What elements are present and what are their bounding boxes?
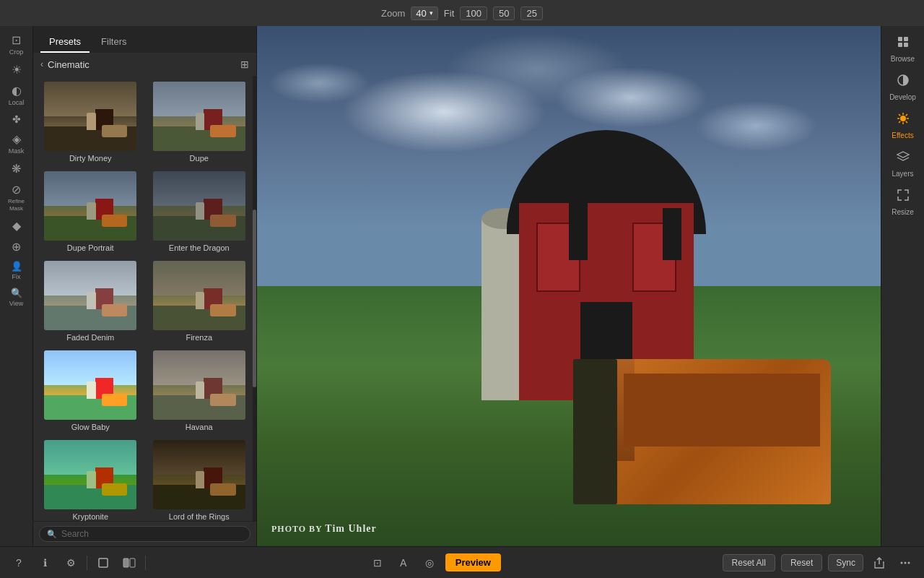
tool-adjust[interactable]: ☀ — [2, 60, 31, 79]
heal-icon: ⊕ — [12, 240, 21, 254]
right-tool-resize[interactable]: Resize — [884, 184, 923, 220]
view-icon: 🔍 — [11, 288, 22, 298]
info-icon[interactable]: ℹ — [35, 553, 55, 573]
paint-icon: ◆ — [12, 219, 21, 233]
svg-rect-17 — [130, 558, 135, 567]
svg-rect-2 — [898, 43, 902, 47]
preset-label-glow-baby: Glow Baby — [71, 423, 110, 434]
barn-tower-left — [569, 198, 588, 260]
preset-item-glow-baby[interactable]: Glow Baby — [36, 348, 145, 437]
tool-refine-mask[interactable]: ⊘ RefineMask — [2, 180, 31, 215]
panel-header-left: ‹ Cinematic — [40, 59, 90, 70]
tool-fix[interactable]: 👤 Fix — [2, 258, 31, 283]
settings-icon[interactable]: ⚙ — [61, 553, 81, 573]
search-input[interactable] — [61, 529, 243, 539]
zoom-preset-25[interactable]: 25 — [520, 7, 542, 20]
fix-label: Fix — [12, 273, 21, 280]
back-arrow-icon[interactable]: ‹ — [40, 59, 43, 69]
dual-view-icon[interactable] — [119, 553, 139, 573]
grid-view-icon[interactable]: ⊞ — [240, 59, 249, 70]
bottom-center: ⊡ A ◎ Preview — [152, 553, 717, 573]
preset-item-enter-dragon[interactable]: Enter the Dragon — [145, 168, 254, 258]
right-tool-effects[interactable]: Effects — [884, 107, 923, 144]
reset-all-button[interactable]: Reset All — [723, 554, 775, 571]
preset-label-dirty-money: Dirty Money — [69, 154, 112, 165]
preset-item-dupe-portrait[interactable]: Dupe Portrait — [36, 168, 145, 258]
svg-line-12 — [905, 114, 907, 116]
tool-paint[interactable]: ◆ — [2, 216, 31, 236]
preview-button[interactable]: Preview — [445, 553, 501, 571]
preset-thumb-enter-dragon — [153, 171, 245, 241]
bottom-crop-icon[interactable]: ⊡ — [367, 553, 388, 573]
preset-item-dirty-money[interactable]: Dirty Money — [36, 79, 145, 168]
tool-view[interactable]: 🔍 View — [2, 285, 31, 310]
preset-item-lord-rings[interactable]: Lord of the Rings — [145, 437, 254, 521]
browse-icon — [896, 35, 910, 53]
presets-grid: Dirty Money Dupe — [33, 76, 256, 521]
effects-label: Effects — [892, 131, 913, 139]
preset-label-dupe-portrait: Dupe Portrait — [67, 243, 114, 255]
tool-crop[interactable]: ⊡ Crop — [2, 30, 31, 59]
barn-tower-right — [663, 208, 681, 260]
scroll-track — [253, 76, 256, 521]
preset-item-havana[interactable]: Havana — [145, 348, 254, 437]
svg-line-13 — [899, 121, 900, 123]
tool-retouch[interactable]: ✤ — [2, 111, 31, 128]
preset-label-lord-rings: Lord of the Rings — [169, 512, 230, 521]
sync-button[interactable]: Sync — [828, 554, 863, 571]
mask-icon: ◈ — [12, 132, 21, 146]
panel-header: ‹ Cinematic ⊞ — [33, 53, 256, 76]
zoom-preset-50[interactable]: 50 — [493, 7, 515, 20]
frame-icon[interactable] — [93, 553, 113, 573]
preset-thumb-dirty-money — [44, 82, 136, 151]
preset-item-faded-denim[interactable]: Faded Denim — [36, 258, 145, 348]
svg-marker-14 — [897, 152, 909, 158]
fit-label: Fit — [444, 8, 454, 19]
truck-body — [613, 359, 831, 505]
search-icon: 🔍 — [47, 530, 57, 539]
preset-thumb-faded-denim — [44, 261, 136, 330]
zoom-preset-100[interactable]: 100 — [460, 7, 487, 20]
svg-rect-16 — [123, 558, 128, 567]
effects-icon — [896, 111, 910, 129]
layers-label: Layers — [892, 170, 913, 178]
right-sidebar: Browse Develop — [881, 26, 924, 546]
preset-label-havana: Havana — [186, 423, 213, 434]
preset-label-enter-dragon: Enter the Dragon — [169, 243, 230, 255]
bottom-circle-icon[interactable]: ◎ — [419, 553, 440, 573]
svg-point-21 — [908, 561, 910, 564]
preset-item-kryptonite[interactable]: Kryptonite — [36, 437, 145, 521]
bottom-text-icon[interactable]: A — [393, 553, 414, 573]
preset-item-dupe[interactable]: Dupe — [145, 79, 254, 168]
crop-icon: ⊡ — [12, 33, 21, 47]
tab-filters[interactable]: Filters — [92, 32, 135, 53]
resize-label: Resize — [892, 208, 914, 216]
share-icon[interactable] — [869, 553, 889, 573]
bottom-left: ? ℹ ⚙ — [9, 553, 139, 573]
zoom-value-text: 40 — [416, 8, 426, 19]
more-options-icon[interactable] — [895, 553, 915, 573]
panel-tabs: Presets Filters — [33, 26, 256, 53]
right-tool-develop[interactable]: Develop — [884, 69, 923, 105]
help-icon[interactable]: ? — [9, 553, 29, 573]
tool-heal[interactable]: ⊕ — [2, 237, 31, 256]
local-icon: ◐ — [12, 84, 22, 98]
scroll-thumb[interactable] — [253, 210, 256, 387]
layers-icon — [896, 150, 910, 168]
right-tool-layers[interactable]: Layers — [884, 145, 923, 182]
preset-item-firenza[interactable]: Firenza — [145, 258, 254, 348]
crop-label: Crop — [9, 48, 24, 56]
tool-mask[interactable]: ◈ Mask — [2, 129, 31, 158]
zoom-value-dropdown[interactable]: 40 ▾ — [411, 7, 437, 20]
adjust-icon: ☀ — [12, 63, 22, 77]
zoom-label: Zoom — [381, 8, 405, 19]
preset-label-dupe: Dupe — [190, 154, 209, 165]
tool-clone[interactable]: ❋ — [2, 159, 31, 178]
canvas-area: photo by Tim Uhler — [257, 26, 881, 546]
tab-presets[interactable]: Presets — [40, 32, 90, 53]
photo-credit-author: Tim Uhler — [325, 523, 376, 534]
reset-button[interactable]: Reset — [781, 554, 822, 571]
tool-local[interactable]: ◐ Local — [2, 81, 31, 109]
svg-rect-0 — [898, 37, 902, 41]
right-tool-browse[interactable]: Browse — [884, 30, 923, 67]
